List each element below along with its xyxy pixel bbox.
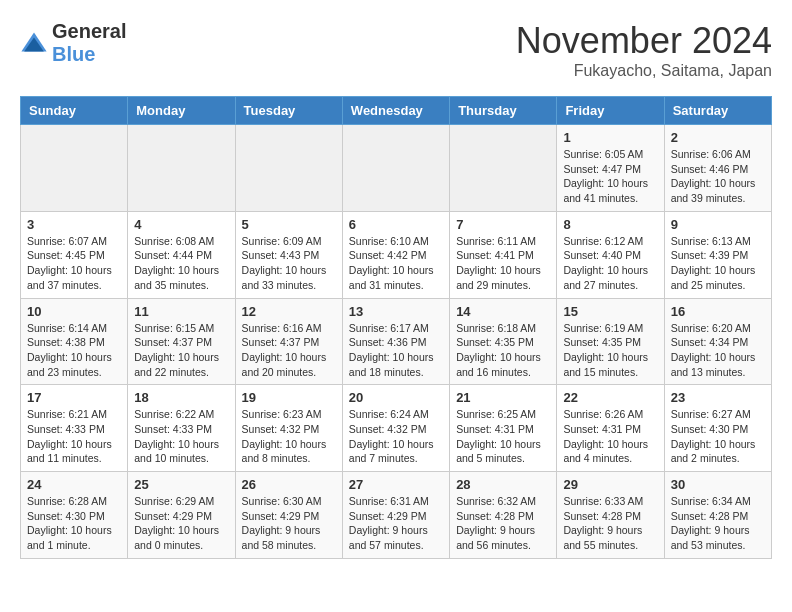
day-info: Sunrise: 6:19 AM Sunset: 4:35 PM Dayligh…	[563, 321, 657, 380]
day-number: 12	[242, 304, 336, 319]
logo: General Blue	[20, 20, 126, 66]
calendar-cell: 13Sunrise: 6:17 AM Sunset: 4:36 PM Dayli…	[342, 298, 449, 385]
day-number: 28	[456, 477, 550, 492]
day-info: Sunrise: 6:11 AM Sunset: 4:41 PM Dayligh…	[456, 234, 550, 293]
calendar-header-row: SundayMondayTuesdayWednesdayThursdayFrid…	[21, 97, 772, 125]
day-number: 13	[349, 304, 443, 319]
logo-blue: Blue	[52, 43, 95, 65]
calendar-cell: 7Sunrise: 6:11 AM Sunset: 4:41 PM Daylig…	[450, 211, 557, 298]
calendar-cell: 23Sunrise: 6:27 AM Sunset: 4:30 PM Dayli…	[664, 385, 771, 472]
day-info: Sunrise: 6:29 AM Sunset: 4:29 PM Dayligh…	[134, 494, 228, 553]
day-info: Sunrise: 6:14 AM Sunset: 4:38 PM Dayligh…	[27, 321, 121, 380]
day-of-week-header: Tuesday	[235, 97, 342, 125]
day-number: 3	[27, 217, 121, 232]
calendar-cell: 26Sunrise: 6:30 AM Sunset: 4:29 PM Dayli…	[235, 472, 342, 559]
calendar-cell: 27Sunrise: 6:31 AM Sunset: 4:29 PM Dayli…	[342, 472, 449, 559]
calendar-cell: 16Sunrise: 6:20 AM Sunset: 4:34 PM Dayli…	[664, 298, 771, 385]
day-number: 16	[671, 304, 765, 319]
calendar-week-row: 24Sunrise: 6:28 AM Sunset: 4:30 PM Dayli…	[21, 472, 772, 559]
calendar-cell: 3Sunrise: 6:07 AM Sunset: 4:45 PM Daylig…	[21, 211, 128, 298]
day-number: 23	[671, 390, 765, 405]
title-block: November 2024 Fukayacho, Saitama, Japan	[516, 20, 772, 80]
calendar-cell: 29Sunrise: 6:33 AM Sunset: 4:28 PM Dayli…	[557, 472, 664, 559]
day-of-week-header: Sunday	[21, 97, 128, 125]
calendar-cell	[342, 125, 449, 212]
day-number: 15	[563, 304, 657, 319]
day-info: Sunrise: 6:24 AM Sunset: 4:32 PM Dayligh…	[349, 407, 443, 466]
day-of-week-header: Monday	[128, 97, 235, 125]
calendar-week-row: 1Sunrise: 6:05 AM Sunset: 4:47 PM Daylig…	[21, 125, 772, 212]
day-info: Sunrise: 6:22 AM Sunset: 4:33 PM Dayligh…	[134, 407, 228, 466]
calendar-cell: 10Sunrise: 6:14 AM Sunset: 4:38 PM Dayli…	[21, 298, 128, 385]
day-info: Sunrise: 6:23 AM Sunset: 4:32 PM Dayligh…	[242, 407, 336, 466]
calendar-cell	[128, 125, 235, 212]
calendar-cell: 8Sunrise: 6:12 AM Sunset: 4:40 PM Daylig…	[557, 211, 664, 298]
calendar-cell: 2Sunrise: 6:06 AM Sunset: 4:46 PM Daylig…	[664, 125, 771, 212]
day-number: 10	[27, 304, 121, 319]
day-info: Sunrise: 6:08 AM Sunset: 4:44 PM Dayligh…	[134, 234, 228, 293]
calendar-cell: 21Sunrise: 6:25 AM Sunset: 4:31 PM Dayli…	[450, 385, 557, 472]
day-info: Sunrise: 6:26 AM Sunset: 4:31 PM Dayligh…	[563, 407, 657, 466]
day-info: Sunrise: 6:17 AM Sunset: 4:36 PM Dayligh…	[349, 321, 443, 380]
day-number: 4	[134, 217, 228, 232]
logo-icon	[20, 29, 48, 57]
day-number: 17	[27, 390, 121, 405]
calendar-cell: 28Sunrise: 6:32 AM Sunset: 4:28 PM Dayli…	[450, 472, 557, 559]
day-info: Sunrise: 6:27 AM Sunset: 4:30 PM Dayligh…	[671, 407, 765, 466]
day-info: Sunrise: 6:09 AM Sunset: 4:43 PM Dayligh…	[242, 234, 336, 293]
day-info: Sunrise: 6:15 AM Sunset: 4:37 PM Dayligh…	[134, 321, 228, 380]
calendar-cell	[21, 125, 128, 212]
day-number: 9	[671, 217, 765, 232]
page-header: General Blue November 2024 Fukayacho, Sa…	[20, 20, 772, 80]
day-number: 6	[349, 217, 443, 232]
calendar-cell	[450, 125, 557, 212]
day-of-week-header: Saturday	[664, 97, 771, 125]
calendar-cell: 1Sunrise: 6:05 AM Sunset: 4:47 PM Daylig…	[557, 125, 664, 212]
day-info: Sunrise: 6:12 AM Sunset: 4:40 PM Dayligh…	[563, 234, 657, 293]
calendar-cell: 25Sunrise: 6:29 AM Sunset: 4:29 PM Dayli…	[128, 472, 235, 559]
day-info: Sunrise: 6:25 AM Sunset: 4:31 PM Dayligh…	[456, 407, 550, 466]
day-number: 30	[671, 477, 765, 492]
day-number: 7	[456, 217, 550, 232]
day-number: 2	[671, 130, 765, 145]
day-of-week-header: Friday	[557, 97, 664, 125]
calendar-cell: 9Sunrise: 6:13 AM Sunset: 4:39 PM Daylig…	[664, 211, 771, 298]
calendar-week-row: 3Sunrise: 6:07 AM Sunset: 4:45 PM Daylig…	[21, 211, 772, 298]
calendar-cell: 11Sunrise: 6:15 AM Sunset: 4:37 PM Dayli…	[128, 298, 235, 385]
calendar-cell: 30Sunrise: 6:34 AM Sunset: 4:28 PM Dayli…	[664, 472, 771, 559]
logo-general: General	[52, 20, 126, 42]
day-number: 29	[563, 477, 657, 492]
day-number: 11	[134, 304, 228, 319]
day-info: Sunrise: 6:28 AM Sunset: 4:30 PM Dayligh…	[27, 494, 121, 553]
day-info: Sunrise: 6:06 AM Sunset: 4:46 PM Dayligh…	[671, 147, 765, 206]
calendar-cell: 6Sunrise: 6:10 AM Sunset: 4:42 PM Daylig…	[342, 211, 449, 298]
day-number: 24	[27, 477, 121, 492]
day-info: Sunrise: 6:31 AM Sunset: 4:29 PM Dayligh…	[349, 494, 443, 553]
calendar-cell: 5Sunrise: 6:09 AM Sunset: 4:43 PM Daylig…	[235, 211, 342, 298]
day-number: 18	[134, 390, 228, 405]
day-info: Sunrise: 6:30 AM Sunset: 4:29 PM Dayligh…	[242, 494, 336, 553]
day-number: 22	[563, 390, 657, 405]
day-number: 8	[563, 217, 657, 232]
day-info: Sunrise: 6:05 AM Sunset: 4:47 PM Dayligh…	[563, 147, 657, 206]
day-info: Sunrise: 6:21 AM Sunset: 4:33 PM Dayligh…	[27, 407, 121, 466]
calendar-cell: 17Sunrise: 6:21 AM Sunset: 4:33 PM Dayli…	[21, 385, 128, 472]
calendar-cell: 14Sunrise: 6:18 AM Sunset: 4:35 PM Dayli…	[450, 298, 557, 385]
day-number: 14	[456, 304, 550, 319]
day-info: Sunrise: 6:32 AM Sunset: 4:28 PM Dayligh…	[456, 494, 550, 553]
calendar-cell: 20Sunrise: 6:24 AM Sunset: 4:32 PM Dayli…	[342, 385, 449, 472]
location-title: Fukayacho, Saitama, Japan	[516, 62, 772, 80]
day-info: Sunrise: 6:07 AM Sunset: 4:45 PM Dayligh…	[27, 234, 121, 293]
day-number: 1	[563, 130, 657, 145]
day-info: Sunrise: 6:16 AM Sunset: 4:37 PM Dayligh…	[242, 321, 336, 380]
calendar-cell: 22Sunrise: 6:26 AM Sunset: 4:31 PM Dayli…	[557, 385, 664, 472]
calendar-cell: 19Sunrise: 6:23 AM Sunset: 4:32 PM Dayli…	[235, 385, 342, 472]
day-number: 26	[242, 477, 336, 492]
calendar-cell: 15Sunrise: 6:19 AM Sunset: 4:35 PM Dayli…	[557, 298, 664, 385]
calendar-cell: 4Sunrise: 6:08 AM Sunset: 4:44 PM Daylig…	[128, 211, 235, 298]
calendar-cell: 24Sunrise: 6:28 AM Sunset: 4:30 PM Dayli…	[21, 472, 128, 559]
day-number: 21	[456, 390, 550, 405]
day-info: Sunrise: 6:34 AM Sunset: 4:28 PM Dayligh…	[671, 494, 765, 553]
calendar-week-row: 17Sunrise: 6:21 AM Sunset: 4:33 PM Dayli…	[21, 385, 772, 472]
day-of-week-header: Wednesday	[342, 97, 449, 125]
